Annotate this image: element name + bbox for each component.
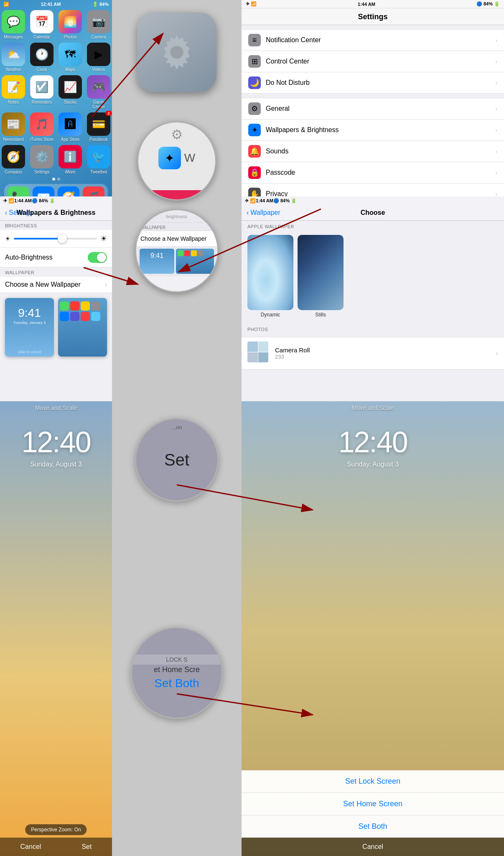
apple-wallpaper-grid: Dynamic Stills xyxy=(242,231,504,322)
settings-row-general[interactable]: ⚙ General › xyxy=(242,98,504,120)
app-passbook[interactable]: 💳 2 Passbook xyxy=(86,112,111,142)
wallpaper-blue-icon: ✦ xyxy=(158,147,181,169)
app-camera[interactable]: 📷 Camera xyxy=(86,10,111,39)
dynamic-label: Dynamic xyxy=(247,312,293,318)
camera-roll-info: Camera Roll 233 xyxy=(275,346,491,360)
settings-row-do-not-disturb[interactable]: 🌙 Do Not Disturb › xyxy=(242,72,504,94)
mag-wallpaper-circle-area: ⚙ ✦ W xyxy=(112,113,242,209)
app-photos[interactable]: 🌅 Photos xyxy=(58,10,83,39)
wifi-icon: 📶 xyxy=(3,2,9,7)
app-game-center[interactable]: 🎮 Game Center xyxy=(86,75,111,109)
home-screen-partial: et Home Scre xyxy=(153,665,201,675)
app-clock[interactable]: 🕐 Clock xyxy=(29,43,54,72)
auto-brightness-toggle[interactable] xyxy=(88,252,107,263)
passbook-badge: 2 xyxy=(105,111,112,116)
app-maps[interactable]: 🗺 Maps xyxy=(58,43,83,72)
app-stocks[interactable]: 📈 Stocks xyxy=(58,75,83,109)
control-center-icon: ⊞ xyxy=(248,55,261,68)
choose-wallpaper-panel: ✈ 📶 1:44 AM 🔵 84% 🔋 ‹ Wallpaper Choose A… xyxy=(242,196,504,401)
mas-cancel-button-right[interactable]: Cancel xyxy=(362,843,383,851)
app-compass[interactable]: 🧭 Compass xyxy=(1,145,26,174)
auto-brightness-row[interactable]: Auto-Brightness xyxy=(0,248,112,268)
iphone-home-screen: 📶 12:41 AM 🔋 84% 💬 Messages 📅 Calendar 🌅… xyxy=(0,0,112,196)
app-settings[interactable]: ⚙️ Settings xyxy=(29,145,54,174)
choose-new-wallpaper-row[interactable]: Choose a New Wallpaper › xyxy=(0,277,112,293)
mas-header-right: Move and Scale xyxy=(242,401,504,413)
stills-wallpaper-option[interactable]: Stills xyxy=(298,235,344,318)
app-itunes-store[interactable]: 🎵 iTunes Store xyxy=(29,112,54,142)
app-tweetbot[interactable]: 🐦 Tweetbot xyxy=(86,145,111,174)
wallpaper-section-header: WALLPAPER xyxy=(0,268,112,277)
wallpaper-preview-screens: 9:41 Tuesday, January 9 slide to unlock xyxy=(0,293,112,362)
settings-status-left: ✈ 📶 xyxy=(246,1,257,7)
settings-row-passcode[interactable]: 🔒 Passcode › xyxy=(242,162,504,183)
set-both-circle: LOCK S et Home Scre Set Both xyxy=(131,627,223,719)
app-messages[interactable]: 💬 Messages xyxy=(1,10,26,39)
settings-group-2: ⚙ General › ✦ Wallpapers & Brightness › … xyxy=(242,98,504,196)
wb-nav-bar: ‹ Settings Wallpapers & Brightness xyxy=(0,205,112,221)
settings-row-privacy[interactable]: ✋ Privacy › xyxy=(242,183,504,196)
brightness-slider[interactable] xyxy=(14,238,97,239)
wallpaper-chooser-circle: ⚙ ✦ W xyxy=(137,121,216,201)
photos-section-header: PHOTOS xyxy=(242,324,504,334)
cw-back-button[interactable]: ‹ Wallpaper xyxy=(247,209,280,217)
sun-bright-icon: ☀ xyxy=(100,234,107,243)
app-calendar[interactable]: 📅 Calendar xyxy=(29,10,54,39)
app-grid: 💬 Messages 📅 Calendar 🌅 Photos 📷 Camera … xyxy=(0,8,112,176)
set-lock-screen-button[interactable]: Set Lock Screen xyxy=(242,770,504,793)
dynamic-wallpaper-thumb xyxy=(247,235,293,310)
dock-music[interactable]: 🎵 Music xyxy=(83,186,104,196)
dynamic-wallpaper-option[interactable]: Dynamic xyxy=(247,235,293,318)
settings-row-notification-center[interactable]: ≡ Notification Center › xyxy=(242,29,504,51)
app-reminders[interactable]: ☑️ Reminders xyxy=(29,75,54,109)
lock-screen-preview[interactable]: 9:41 Tuesday, January 9 slide to unlock xyxy=(5,298,54,357)
app-app-store[interactable]: 🅰 App Store xyxy=(58,112,83,142)
camera-roll-count: 233 xyxy=(275,354,491,360)
general-icon: ⚙ xyxy=(248,102,261,115)
app-newsstand[interactable]: 📰 Newsstand xyxy=(1,112,26,142)
set-home-screen-button[interactable]: Set Home Screen xyxy=(242,793,504,815)
app-weather[interactable]: ⛅ Weather xyxy=(1,43,26,72)
settings-status-right: 🔵 84% 🔋 xyxy=(476,1,500,7)
privacy-icon: ✋ xyxy=(248,188,261,196)
choose-wallpaper-label: Choose a New Wallpaper xyxy=(5,281,81,288)
mas-set-button-left[interactable]: Set xyxy=(81,843,92,851)
move-scale-right-panel: Move and Scale 12:40 Sunday, August 3 Se… xyxy=(242,401,504,856)
svg-point-0 xyxy=(170,46,183,59)
settings-group-1: ≡ Notification Center › ⊞ Control Center… xyxy=(242,29,504,94)
settings-icon-magnified xyxy=(112,0,242,113)
bottom-center-panel: ...on Set LOCK S et Home Scre Set Both xyxy=(112,401,242,856)
set-both-circle-container: LOCK S et Home Scre Set Both xyxy=(131,627,223,719)
dock-safari[interactable]: 🧭 Safari xyxy=(58,186,79,196)
auto-brightness-label: Auto-Brightness xyxy=(5,254,53,261)
app-videos[interactable]: ▶ Videos xyxy=(86,43,111,72)
page-dots xyxy=(0,176,112,182)
mas-header-left: Move and Scale xyxy=(0,401,112,413)
set-both-circle-label: Set Both xyxy=(153,675,201,692)
sounds-icon: 🔔 xyxy=(248,145,261,158)
brightness-row[interactable]: ☀ ☀ xyxy=(0,230,112,248)
app-notes[interactable]: 📝 Notes xyxy=(1,75,26,109)
app-imore[interactable]: ℹ️ iMore xyxy=(58,145,83,174)
apple-wallpaper-header: APPLE WALLPAPER xyxy=(242,221,504,231)
chevron-right-icon: › xyxy=(105,281,107,288)
home-status-left: 📶 xyxy=(3,2,9,7)
camera-roll-chevron: › xyxy=(496,349,498,358)
set-both-button[interactable]: Set Both xyxy=(242,815,504,838)
wb-title: Wallpapers & Brightness xyxy=(17,209,96,217)
perspective-zoom-pill[interactable]: Perspective Zoom: On xyxy=(25,824,87,835)
settings-row-sounds[interactable]: 🔔 Sounds › xyxy=(242,141,504,162)
settings-row-control-center[interactable]: ⊞ Control Center › xyxy=(242,51,504,72)
home-status-time: 12:41 AM xyxy=(41,2,61,7)
dock-phone[interactable]: 📞 Phone xyxy=(8,186,29,196)
settings-row-wallpapers[interactable]: ✦ Wallpapers & Brightness › xyxy=(242,120,504,141)
chevron-left-icon: ‹ xyxy=(5,209,7,217)
do-not-disturb-icon: 🌙 xyxy=(248,76,261,89)
home-screen-preview[interactable] xyxy=(58,298,107,357)
dock-mail[interactable]: ✉️ Mail xyxy=(33,186,54,196)
set-circle-label: Set xyxy=(164,451,189,469)
preview-lock-time: 9:41 xyxy=(5,306,54,320)
camera-roll-row[interactable]: Camera Roll 233 › xyxy=(242,337,504,369)
mas-cancel-button-left[interactable]: Cancel xyxy=(20,843,41,851)
mag-choose-wallpaper-area: brightness WALLPAPER Choose a New Wallpa… xyxy=(112,209,242,293)
